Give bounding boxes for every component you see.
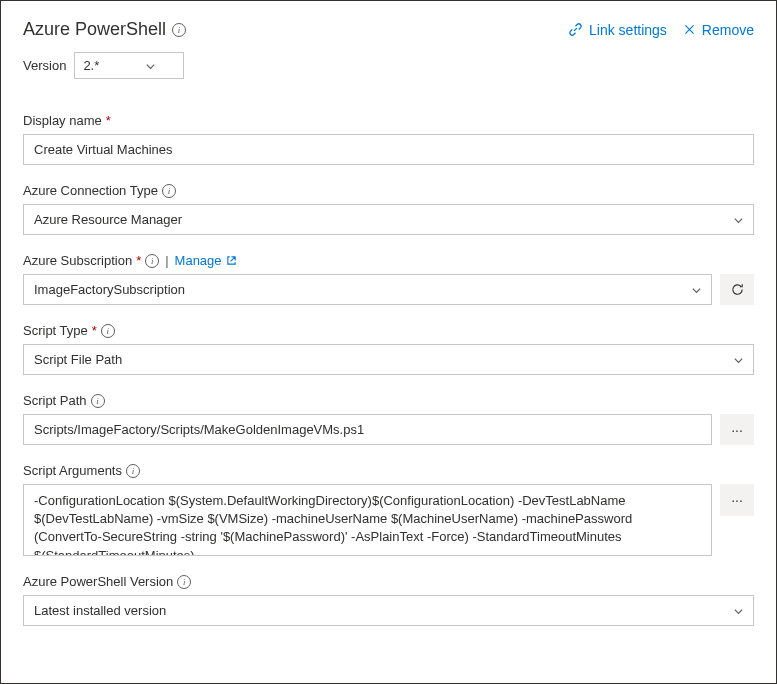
- link-icon: [568, 22, 583, 37]
- info-icon[interactable]: i: [91, 394, 105, 408]
- subscription-select[interactable]: ImageFactorySubscription: [23, 274, 712, 305]
- ps-version-label: Azure PowerShell Version: [23, 574, 173, 589]
- required-marker: *: [136, 253, 141, 268]
- connection-type-select[interactable]: Azure Resource Manager: [23, 204, 754, 235]
- header-actions: Link settings Remove: [568, 22, 754, 38]
- info-icon[interactable]: i: [162, 184, 176, 198]
- display-name-label: Display name: [23, 113, 102, 128]
- browse-button[interactable]: ···: [720, 414, 754, 445]
- header: Azure PowerShell i Link settings Remove: [23, 19, 754, 40]
- script-path-label: Script Path: [23, 393, 87, 408]
- display-name-input[interactable]: [23, 134, 754, 165]
- field-script-type: Script Type * i Script File Path: [23, 323, 754, 375]
- chevron-down-icon: [145, 61, 155, 71]
- ps-version-value: Latest installed version: [34, 603, 166, 618]
- script-arguments-input[interactable]: [23, 484, 712, 556]
- ellipsis-icon: ···: [731, 492, 743, 508]
- ps-version-select[interactable]: Latest installed version: [23, 595, 754, 626]
- chevron-down-icon: [733, 606, 743, 616]
- link-settings-label: Link settings: [589, 22, 667, 38]
- info-icon[interactable]: i: [145, 254, 159, 268]
- script-type-label: Script Type: [23, 323, 88, 338]
- page-title: Azure PowerShell: [23, 19, 166, 40]
- remove-button[interactable]: Remove: [683, 22, 754, 38]
- required-marker: *: [106, 113, 111, 128]
- version-value: 2.*: [83, 58, 99, 73]
- script-type-label-row: Script Type * i: [23, 323, 754, 338]
- info-icon[interactable]: i: [126, 464, 140, 478]
- connection-type-label: Azure Connection Type: [23, 183, 158, 198]
- script-path-label-row: Script Path i: [23, 393, 754, 408]
- connection-type-label-row: Azure Connection Type i: [23, 183, 754, 198]
- chevron-down-icon: [733, 215, 743, 225]
- refresh-button[interactable]: [720, 274, 754, 305]
- external-link-icon: [226, 255, 237, 266]
- refresh-icon: [730, 282, 745, 297]
- field-ps-version: Azure PowerShell Version i Latest instal…: [23, 574, 754, 626]
- field-subscription: Azure Subscription * i | Manage ImageFac…: [23, 253, 754, 305]
- field-display-name: Display name *: [23, 113, 754, 165]
- link-settings-button[interactable]: Link settings: [568, 22, 667, 38]
- title-row: Azure PowerShell i: [23, 19, 186, 40]
- remove-label: Remove: [702, 22, 754, 38]
- display-name-label-row: Display name *: [23, 113, 754, 128]
- chevron-down-icon: [691, 285, 701, 295]
- field-connection-type: Azure Connection Type i Azure Resource M…: [23, 183, 754, 235]
- field-script-arguments: Script Arguments i ···: [23, 463, 754, 556]
- info-icon[interactable]: i: [101, 324, 115, 338]
- required-marker: *: [92, 323, 97, 338]
- info-icon[interactable]: i: [172, 23, 186, 37]
- ps-version-label-row: Azure PowerShell Version i: [23, 574, 754, 589]
- connection-type-value: Azure Resource Manager: [34, 212, 182, 227]
- script-path-input[interactable]: [23, 414, 712, 445]
- script-arguments-label-row: Script Arguments i: [23, 463, 754, 478]
- script-type-value: Script File Path: [34, 352, 122, 367]
- chevron-down-icon: [733, 355, 743, 365]
- close-icon: [683, 23, 696, 36]
- script-arguments-label: Script Arguments: [23, 463, 122, 478]
- version-row: Version 2.*: [23, 52, 754, 79]
- info-icon[interactable]: i: [177, 575, 191, 589]
- subscription-label-row: Azure Subscription * i | Manage: [23, 253, 754, 268]
- divider: |: [165, 253, 168, 268]
- subscription-label: Azure Subscription: [23, 253, 132, 268]
- version-select[interactable]: 2.*: [74, 52, 184, 79]
- version-label: Version: [23, 58, 66, 73]
- script-type-select[interactable]: Script File Path: [23, 344, 754, 375]
- ellipsis-icon: ···: [731, 422, 743, 438]
- manage-label: Manage: [175, 253, 222, 268]
- subscription-value: ImageFactorySubscription: [34, 282, 185, 297]
- field-script-path: Script Path i ···: [23, 393, 754, 445]
- manage-link[interactable]: Manage: [175, 253, 237, 268]
- browse-button[interactable]: ···: [720, 484, 754, 516]
